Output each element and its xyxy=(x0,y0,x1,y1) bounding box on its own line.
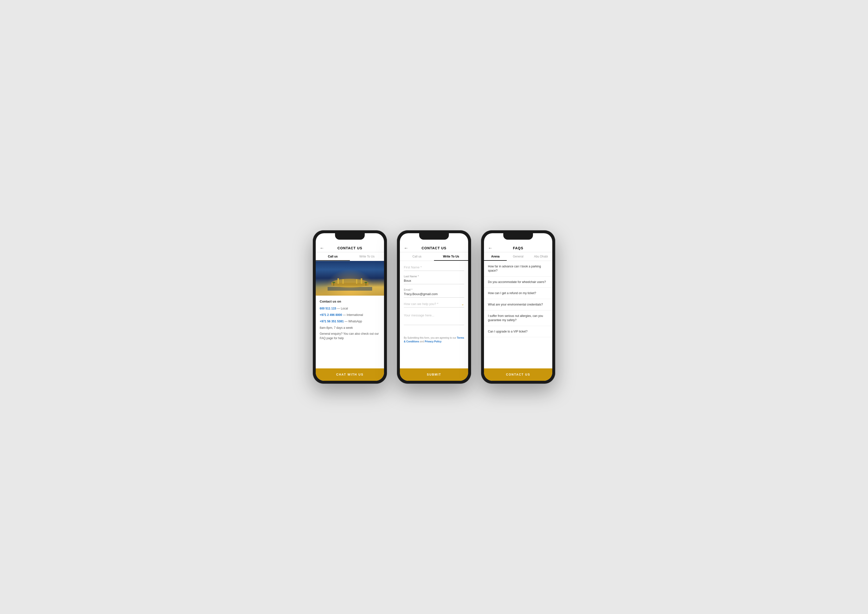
help-placeholder: How can we help you? * xyxy=(404,302,438,306)
last-name-value[interactable]: Boux xyxy=(404,278,464,283)
back-arrow-1[interactable]: ← xyxy=(320,246,324,251)
faq-item-1[interactable]: Do you accommodate for wheelchair users? xyxy=(484,277,552,288)
svg-point-8 xyxy=(332,282,335,283)
svg-rect-3 xyxy=(338,278,339,284)
tabs-3: Arena General Abu Dhabi xyxy=(484,252,552,261)
first-name-field: First Name * xyxy=(404,265,464,271)
phone-2: ← CONTACT US Call us Write To Us First N… xyxy=(397,230,471,384)
notch-1 xyxy=(335,233,365,239)
phone-entry-local: 600 511 115 — Local xyxy=(320,306,380,311)
content-1: Contact us on 600 511 115 — Local +971 2… xyxy=(316,261,384,368)
notch-2 xyxy=(419,233,449,239)
svg-rect-4 xyxy=(343,279,344,284)
hours-text: 8am-8pm, 7 days a week xyxy=(320,326,380,330)
submit-button[interactable]: SUBMIT xyxy=(400,368,468,381)
faq-note: General enquiry? You can also check out … xyxy=(320,331,380,340)
back-arrow-3[interactable]: ← xyxy=(488,246,492,251)
svg-rect-6 xyxy=(361,278,362,284)
chat-with-us-button[interactable]: CHAT WITH US xyxy=(316,368,384,381)
phone-label-local: — Local xyxy=(337,307,348,310)
tabs-1: Call us Write To Us xyxy=(316,252,384,261)
phone-entry-wa: +971 56 351 5381 — WhatsApp xyxy=(320,319,380,323)
tab-abudhabi[interactable]: Abu Dhabi xyxy=(530,252,552,261)
page-title-3: FAQS xyxy=(513,246,523,250)
help-dropdown[interactable]: How can we help you? * ⌄ xyxy=(404,302,464,306)
contact-on-label: Contact us on xyxy=(320,300,380,303)
tabs-2: Call us Write To Us xyxy=(400,252,468,261)
svg-rect-2 xyxy=(331,283,369,286)
faq-item-4[interactable]: I suffer from serious nut allergies, can… xyxy=(484,311,552,326)
form-legal: By Submitting this form, you are agreein… xyxy=(400,333,468,347)
message-field: Your message here... xyxy=(404,311,464,325)
phone-number-wa[interactable]: +971 56 351 5381 xyxy=(320,320,344,323)
email-value[interactable]: Tracy.Boux@gmail.com xyxy=(404,292,464,296)
message-placeholder[interactable]: Your message here... xyxy=(404,311,464,324)
email-field: Email * Tracy.Boux@gmail.com xyxy=(404,288,464,298)
faq-item-3[interactable]: What are your environmental credentials? xyxy=(484,299,552,311)
contact-us-button[interactable]: CONTACT US xyxy=(484,368,552,381)
first-name-placeholder[interactable]: First Name * xyxy=(404,265,464,270)
dropdown-arrow-icon: ⌄ xyxy=(461,302,464,306)
content-2: First Name * Last Name * Boux Email * Tr… xyxy=(400,261,468,368)
app-header-2: ← CONTACT US xyxy=(400,244,468,252)
faq-item-2[interactable]: How can I get a refund on my ticket? xyxy=(484,288,552,299)
contact-info: Contact us on 600 511 115 — Local +971 2… xyxy=(316,295,384,344)
app-header-3: ← FAQS xyxy=(484,244,552,252)
phone-label-intl: — International xyxy=(343,313,363,317)
page-title-1: CONTACT US xyxy=(338,246,363,250)
back-arrow-2[interactable]: ← xyxy=(404,246,408,251)
phone-1: ← CONTACT US Call us Write To Us xyxy=(313,230,387,384)
tab-call-2[interactable]: Call us xyxy=(400,252,434,261)
phone-number-intl[interactable]: +971 2 496 8000 xyxy=(320,313,342,317)
content-3: How far in advance can I book a parking … xyxy=(484,261,552,368)
faq-list: How far in advance can I book a parking … xyxy=(484,261,552,337)
phone-3: ← FAQS Arena General Abu Dhabi How far i… xyxy=(481,230,555,384)
write-form: First Name * Last Name * Boux Email * Tr… xyxy=(400,261,468,333)
last-name-field: Last Name * Boux xyxy=(404,275,464,284)
faq-item-0[interactable]: How far in advance can I book a parking … xyxy=(484,261,552,277)
phone-entry-intl: +971 2 496 8000 — International xyxy=(320,313,380,317)
tab-call-1[interactable]: Call us xyxy=(316,252,350,261)
tab-write-1[interactable]: Write To Us xyxy=(350,252,384,261)
phone-number-local[interactable]: 600 511 115 xyxy=(320,307,336,310)
email-label: Email * xyxy=(404,288,464,291)
venue-image xyxy=(316,261,384,295)
phone-label-wa: — WhatsApp xyxy=(344,320,362,323)
app-header-1: ← CONTACT US xyxy=(316,244,384,252)
notch-3 xyxy=(503,233,533,239)
faq-item-5[interactable]: Can I upgrade to a VIP ticket? xyxy=(484,326,552,337)
privacy-link[interactable]: Privacy Policy xyxy=(425,340,442,343)
help-dropdown-field: How can we help you? * ⌄ xyxy=(404,302,464,308)
svg-point-10 xyxy=(364,282,367,283)
tab-arena[interactable]: Arena xyxy=(484,252,507,261)
last-name-label: Last Name * xyxy=(404,275,464,278)
venue-building-svg xyxy=(328,276,372,291)
page-title-2: CONTACT US xyxy=(422,246,446,250)
tab-write-2[interactable]: Write To Us xyxy=(434,252,468,261)
svg-rect-5 xyxy=(356,279,357,284)
tab-general[interactable]: General xyxy=(507,252,530,261)
